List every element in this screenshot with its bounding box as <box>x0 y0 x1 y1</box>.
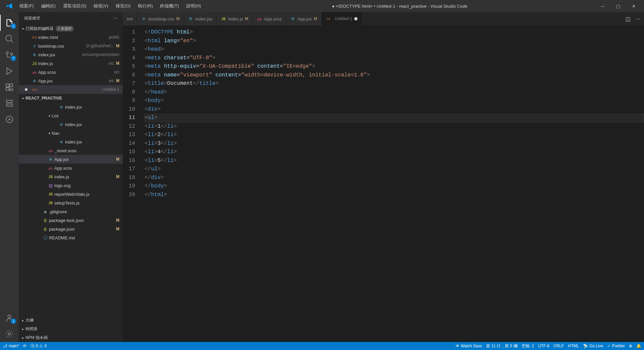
open-editor-item[interactable]: ⚛index.jsxsrc\components\Item <box>19 50 123 59</box>
file-item[interactable]: {}package-lock.jsonM <box>19 216 123 225</box>
open-editor-item[interactable]: JSindex.jssrcM <box>19 59 123 68</box>
code-line[interactable]: <title>Document</title> <box>145 79 644 88</box>
code-line[interactable]: </body> <box>145 182 644 191</box>
file-type-icon: {} <box>42 219 49 222</box>
code-content[interactable]: <!DOCTYPE html><html lang="en"><head><me… <box>141 25 644 342</box>
code-line[interactable]: <li>4</li> <box>145 148 644 157</box>
activity-extra-1[interactable] <box>0 95 19 111</box>
editor-tab[interactable]: ⚛App.jsxM <box>286 12 322 25</box>
code-line[interactable]: </head> <box>145 88 644 97</box>
file-item[interactable]: ▧logo.svg <box>19 181 123 190</box>
chevron-right-icon: ▸ <box>20 327 25 331</box>
status-bar: ⎇ main* ⟳ ⓧ0 ⚠0 👁Watch Sass 第 11 行，第 5 欄… <box>0 342 644 350</box>
file-item[interactable]: ◆.gitignore <box>19 207 123 216</box>
modified-badge: M <box>116 157 119 162</box>
code-line[interactable]: <html lang="en"> <box>145 37 644 46</box>
open-editor-item[interactable]: ᔕApp.scsssrc <box>19 68 123 76</box>
status-cursor[interactable]: 第 11 行，第 5 欄 <box>486 343 517 349</box>
menu-item[interactable]: 選取項目(S) <box>60 2 90 10</box>
status-prettier[interactable]: ✓Prettier <box>607 344 625 348</box>
file-item[interactable]: ⚛index.jsx <box>19 103 123 111</box>
maximize-button[interactable]: ▢ <box>610 0 626 12</box>
code-line[interactable]: <li>5</li> <box>145 157 644 165</box>
code-line[interactable]: <!DOCTYPE html> <box>145 28 644 37</box>
menu-item[interactable]: 說明(H) <box>183 2 204 10</box>
activity-run-debug[interactable] <box>0 63 19 79</box>
menu-item[interactable]: 檢視(V) <box>90 2 111 10</box>
status-language[interactable]: HTML <box>568 344 579 348</box>
file-item[interactable]: JSindex.jsM <box>19 172 123 181</box>
close-button[interactable]: ✕ <box>626 0 641 12</box>
activity-explorer[interactable]: 1 <box>0 15 19 31</box>
sidebar-section[interactable]: ▸NPM 指令碼 <box>19 333 123 342</box>
file-item[interactable]: {}package.jsonM <box>19 225 123 233</box>
code-line[interactable]: <meta name="viewport" content="width=dev… <box>145 71 644 80</box>
menu-item[interactable]: 檔案(F) <box>16 2 37 10</box>
status-encoding[interactable]: UTF-8 <box>538 344 549 348</box>
status-spaces[interactable]: 空格: 2 <box>522 343 534 349</box>
file-item[interactable]: JSreportWebVitals.js <box>19 190 123 198</box>
code-line[interactable]: <li>2</li> <box>145 131 644 139</box>
menu-item[interactable]: 執行(R) <box>135 2 156 10</box>
code-line[interactable]: <meta http-equiv="X-UA-Compatible" conte… <box>145 62 644 71</box>
code-line[interactable]: <li>1</li> <box>145 122 644 131</box>
activity-search[interactable] <box>0 31 19 47</box>
activity-settings[interactable] <box>0 326 19 342</box>
code-editor[interactable]: 1234567891011121314151617181920 <!DOCTYP… <box>123 25 644 342</box>
activity-source-control[interactable]: 7 <box>0 47 19 63</box>
more-icon[interactable]: ⋯ <box>635 16 641 22</box>
folder-item[interactable]: ▾Nav <box>19 129 123 137</box>
open-editors-section[interactable]: ▾ 已開啟的編輯器 1 未儲存 <box>19 24 123 33</box>
editor-tab[interactable]: tml <box>123 12 137 25</box>
activity-account[interactable]: 1 <box>0 310 19 326</box>
file-name: App.jsx <box>54 157 114 162</box>
menu-item[interactable]: 終端機(T) <box>157 2 182 10</box>
code-line[interactable]: <body> <box>145 97 644 105</box>
status-problems[interactable]: ⓧ0 ⚠0 <box>31 343 47 349</box>
code-line[interactable]: </ul> <box>145 165 644 174</box>
open-editor-item[interactable]: <>index.htmlpublic <box>19 33 123 42</box>
activity-extensions[interactable] <box>0 79 19 95</box>
menu-item[interactable]: 移至(G) <box>112 2 134 10</box>
project-section[interactable]: ▾ REACT_PRACTIVE <box>19 94 123 103</box>
code-line[interactable]: <ul> <box>145 114 644 122</box>
code-line[interactable]: <meta charset="UTF-8"> <box>145 54 644 63</box>
minimize-button[interactable]: ─ <box>595 0 610 12</box>
status-branch[interactable]: ⎇ main* <box>3 344 19 348</box>
file-type-icon: ᔕ <box>47 148 54 153</box>
sidebar-section[interactable]: ▸時間表 <box>19 325 123 333</box>
file-type-icon: ⚛ <box>58 105 65 110</box>
split-editor-icon[interactable]: ◫ <box>626 16 631 22</box>
editor-tab[interactable]: ᔕApp.scss <box>253 12 286 25</box>
file-item[interactable]: JSsetupTests.js <box>19 198 123 207</box>
activity-extra-2[interactable] <box>0 111 19 127</box>
editor-tab[interactable]: <>Untitled-1 <box>322 12 362 25</box>
code-line[interactable]: </html> <box>145 191 644 199</box>
menu-item[interactable]: 編輯(E) <box>38 2 59 10</box>
sidebar-section[interactable]: ▸大綱 <box>19 316 123 325</box>
file-item[interactable]: ⚛index.jsx <box>19 137 123 146</box>
open-editor-item[interactable]: <>Untitled-1 <box>19 85 123 94</box>
status-watch-sass[interactable]: 👁Watch Sass <box>455 344 482 348</box>
status-eol[interactable]: CRLF <box>553 344 564 348</box>
sidebar-more-icon[interactable]: ⋯ <box>113 16 117 20</box>
editor-tab[interactable]: ⚛index.jsx <box>184 12 217 25</box>
status-feedback[interactable]: ⊕ <box>629 344 632 348</box>
file-item[interactable]: ⓘREADME.md <box>19 233 123 242</box>
file-item[interactable]: ⚛App.jsxM <box>19 155 123 164</box>
code-line[interactable]: <div> <box>145 105 644 114</box>
file-item[interactable]: ᔕ_reset.scss <box>19 146 123 155</box>
status-bell[interactable]: 🔔 <box>636 344 641 348</box>
status-sync[interactable]: ⟳ <box>23 344 26 348</box>
status-go-live[interactable]: 📡Go Live <box>583 344 603 348</box>
code-line[interactable]: <li>3</li> <box>145 139 644 148</box>
editor-tab[interactable]: #bootstrap.cssM <box>137 12 184 25</box>
open-editor-item[interactable]: ⚛App.jsxsrcM <box>19 76 123 85</box>
folder-item[interactable]: ▾List <box>19 111 123 120</box>
open-editor-item[interactable]: #bootstrap.cssD:\github\Perf...M <box>19 42 123 50</box>
code-line[interactable]: </div> <box>145 174 644 182</box>
file-item[interactable]: ⚛index.jsx <box>19 120 123 129</box>
code-line[interactable]: <head> <box>145 45 644 54</box>
editor-tab[interactable]: JSindex.jsM <box>217 12 253 25</box>
file-item[interactable]: ᔕApp.scss <box>19 164 123 172</box>
